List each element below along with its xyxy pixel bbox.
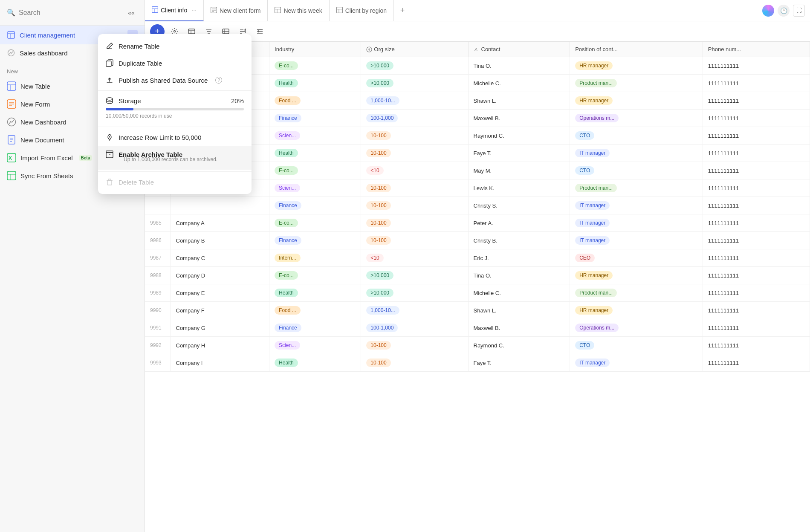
cell-row-num: 9986 — [145, 232, 171, 249]
cell-company: Company B — [171, 232, 269, 249]
col-industry: Industry — [269, 42, 361, 57]
delete-table-label: Delete Table — [119, 179, 154, 186]
tab-new-this-week[interactable]: New this week — [268, 0, 329, 21]
cell-phone: 1111111111 — [703, 249, 810, 267]
cell-contact: Peter A. — [468, 214, 570, 232]
import-excel-label: Import From Excel — [20, 154, 73, 162]
cell-phone: 1111111111 — [703, 214, 810, 232]
svg-rect-39 — [336, 7, 342, 13]
table-icon — [7, 31, 15, 39]
cell-company: Company A — [171, 214, 269, 232]
cell-phone: 1111111111 — [703, 57, 810, 75]
tab-label: Client by region — [345, 7, 387, 14]
svg-rect-0 — [8, 32, 14, 38]
cell-org-size: >10,000 — [361, 284, 468, 302]
cell-contact: May M. — [468, 162, 570, 179]
cell-org-size: 1,000-10... — [361, 302, 468, 319]
cell-org-size: <10 — [361, 162, 468, 179]
svg-rect-4 — [7, 82, 16, 90]
sidebar-item-label: Client management — [20, 32, 75, 39]
cell-org-size: >10,000 — [361, 267, 468, 284]
cell-position: HR manager — [570, 267, 703, 284]
svg-point-24 — [109, 136, 110, 138]
tab-client-info[interactable]: Client info ··· — [145, 0, 204, 21]
cell-position: HR manager — [570, 302, 703, 319]
col-org-size: Org size — [361, 42, 468, 57]
search-input[interactable] — [19, 9, 122, 17]
col-contact: A Contact — [468, 42, 570, 57]
context-menu-rename[interactable]: Rename Table — [98, 38, 252, 55]
divider-1 — [98, 90, 252, 91]
edit-icon — [106, 42, 113, 50]
svg-text:X: X — [9, 155, 12, 161]
new-document-label: New Document — [20, 136, 64, 144]
storage-label: Storage — [119, 97, 226, 104]
cell-position: CTO — [570, 337, 703, 354]
table-row: 9993 Company I Health 10-100 Faye T. IT … — [145, 354, 810, 372]
svg-rect-18 — [7, 171, 16, 180]
enable-archive-desc: Up to 1,000,000 records can be archived. — [106, 156, 217, 165]
cell-phone: 1111111111 — [703, 337, 810, 354]
cell-company — [171, 197, 269, 214]
cell-org-size: >10,000 — [361, 57, 468, 75]
context-menu-increase-row[interactable]: Increase Row Limit to 50,000 — [98, 129, 252, 146]
cell-position: CTO — [570, 162, 703, 179]
cell-industry: Finance — [269, 110, 361, 127]
divider-3 — [98, 171, 252, 172]
svg-rect-43 — [188, 29, 195, 34]
context-menu-publish[interactable]: Publish as Shared Data Source ? — [98, 72, 252, 89]
divider-2 — [98, 127, 252, 127]
table-row: Finance 10-100 Christy S. IT manager 111… — [145, 197, 810, 214]
context-menu-duplicate[interactable]: Duplicate Table — [98, 55, 252, 72]
dashboard-icon — [7, 49, 15, 57]
cell-contact: Maxwell B. — [468, 110, 570, 127]
cell-org-size: 10-100 — [361, 337, 468, 354]
cell-industry: Health — [269, 284, 361, 302]
storage-percent: 20% — [231, 97, 244, 104]
cell-org-size: >10,000 — [361, 75, 468, 92]
circle-arrow-icon — [366, 46, 372, 52]
tab-form-icon — [211, 7, 217, 14]
context-menu-delete: Delete Table — [98, 173, 252, 191]
tab-table-icon — [152, 6, 158, 14]
cell-position: Product man... — [570, 179, 703, 197]
table-row: 9990 Company F Food ... 1,000-10... Shaw… — [145, 302, 810, 319]
new-table-label: New Table — [20, 83, 50, 90]
tab-more-button[interactable]: ··· — [191, 7, 197, 14]
cell-contact: Lewis K. — [468, 179, 570, 197]
cell-org-size: 100-1,000 — [361, 110, 468, 127]
table-row: 9987 Company C Intern... <10 Eric J. CEO… — [145, 249, 810, 267]
copy-icon — [106, 59, 113, 67]
svg-rect-26 — [106, 151, 113, 153]
svg-rect-29 — [152, 6, 158, 12]
cell-phone: 1111111111 — [703, 75, 810, 92]
cell-phone: 1111111111 — [703, 127, 810, 145]
tab-client-by-region[interactable]: Client by region — [330, 0, 394, 21]
context-menu-enable-archive[interactable]: Enable Archive Table Up to 1,000,000 rec… — [98, 146, 252, 170]
collapse-sidebar-button[interactable]: «« — [125, 6, 138, 19]
cell-row-num: 9991 — [145, 319, 171, 337]
cell-contact: Tina O. — [468, 267, 570, 284]
cell-row-num: 9993 — [145, 354, 171, 372]
cell-position: CTO — [570, 127, 703, 145]
cell-contact: Michelle C. — [468, 284, 570, 302]
cell-contact: Raymond C. — [468, 337, 570, 354]
cell-industry: Intern... — [269, 249, 361, 267]
text-icon: A — [474, 46, 480, 52]
group-button[interactable] — [252, 24, 267, 39]
cell-position: IT manager — [570, 197, 703, 214]
cell-industry: E-co... — [269, 162, 361, 179]
increase-row-label: Increase Row Limit to 50,000 — [119, 134, 201, 141]
add-tab-button[interactable]: + — [394, 0, 411, 21]
tab-new-client-form[interactable]: New client form — [204, 0, 268, 21]
sidebar-search-bar: 🔍 «« — [0, 0, 145, 26]
cell-industry: Scien... — [269, 337, 361, 354]
storage-bar-background — [106, 108, 244, 110]
trash-icon — [106, 178, 113, 186]
tab-label: New client form — [220, 7, 260, 14]
publish-label: Publish as Shared Data Source — [119, 77, 208, 84]
col-position: Position of cont... — [570, 42, 703, 57]
tab-label: Client info — [161, 7, 187, 14]
cell-position: IT manager — [570, 214, 703, 232]
expand-icon[interactable]: ⛶ — [793, 5, 805, 17]
